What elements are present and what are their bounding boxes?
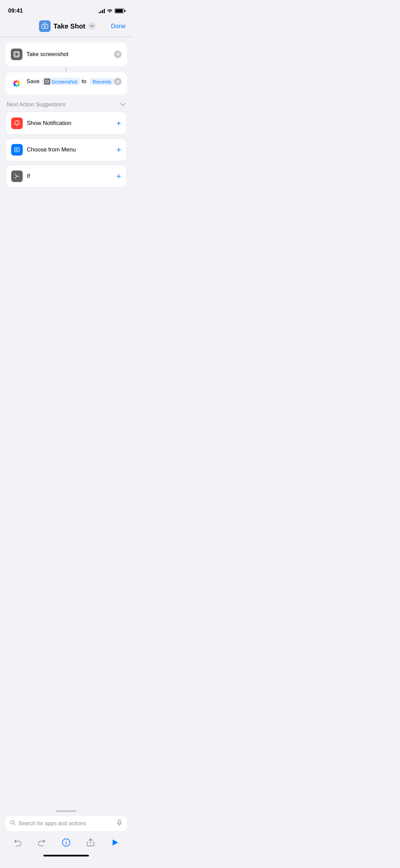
take-screenshot-label: Take screenshot: [26, 51, 69, 58]
suggestions-chevron-icon[interactable]: [120, 102, 126, 107]
action-connector: [66, 67, 66, 72]
main-content: Take screenshot ✕: [0, 37, 132, 188]
save-screenshot-card[interactable]: Save Screenshot to Recents ✕: [5, 72, 127, 95]
choose-from-menu-left: Choose from Menu: [11, 144, 76, 156]
svg-rect-15: [46, 80, 48, 83]
save-prefix: Save: [26, 78, 40, 85]
svg-rect-0: [42, 24, 48, 29]
nav-title[interactable]: Take Shot: [39, 20, 95, 32]
take-screenshot-close-button[interactable]: ✕: [114, 51, 121, 58]
nav-title-text: Take Shot: [53, 22, 85, 30]
status-bar: 09:41: [0, 0, 132, 17]
svg-point-13: [15, 82, 18, 85]
show-notification-item[interactable]: Show Notification +: [5, 112, 127, 135]
svg-rect-3: [15, 53, 18, 56]
screenshot-chip-label: Screenshot: [52, 79, 77, 85]
wifi-icon: [107, 8, 113, 14]
choose-from-menu-item[interactable]: Choose from Menu +: [5, 138, 127, 161]
app-icon: [39, 20, 51, 32]
svg-rect-17: [15, 148, 19, 152]
recents-chip[interactable]: Recents: [90, 78, 114, 85]
show-notification-add-button[interactable]: +: [116, 119, 121, 127]
photos-icon: [11, 78, 22, 89]
screenshot-chip[interactable]: Screenshot: [41, 78, 80, 85]
if-left: If: [11, 170, 30, 182]
save-to-text: to: [82, 78, 87, 85]
save-screenshot-action: Save Screenshot to Recents: [11, 78, 114, 89]
signal-bars-icon: [99, 9, 105, 13]
svg-point-16: [17, 121, 19, 123]
choose-from-menu-label: Choose from Menu: [27, 146, 76, 153]
if-icon: [11, 170, 23, 182]
if-add-button[interactable]: +: [116, 172, 121, 180]
show-notification-left: Show Notification: [11, 117, 71, 129]
nav-header: Take Shot Done: [0, 17, 132, 37]
chevron-down-icon[interactable]: [88, 22, 96, 30]
screenshot-chip-icon: [44, 78, 50, 85]
status-icons: [99, 8, 124, 14]
if-label: If: [27, 173, 30, 180]
choose-from-menu-icon: [11, 144, 23, 156]
show-notification-label: Show Notification: [27, 120, 71, 127]
suggestions-title: Next Action Suggestions: [7, 102, 65, 108]
svg-point-1: [44, 26, 46, 28]
take-screenshot-card[interactable]: Take screenshot ✕: [5, 42, 127, 66]
save-screenshot-close-button[interactable]: ✕: [114, 78, 121, 85]
save-screenshot-text: Save Screenshot to Recents: [26, 78, 114, 85]
suggestions-header[interactable]: Next Action Suggestions: [5, 95, 127, 112]
battery-icon: [115, 8, 124, 13]
show-notification-icon: [11, 117, 23, 129]
screenshot-action-icon: [11, 49, 22, 60]
done-button[interactable]: Done: [111, 23, 126, 30]
take-screenshot-action: Take screenshot: [11, 49, 114, 60]
status-time: 09:41: [8, 7, 23, 14]
if-item[interactable]: If +: [5, 165, 127, 188]
choose-from-menu-add-button[interactable]: +: [116, 146, 121, 154]
